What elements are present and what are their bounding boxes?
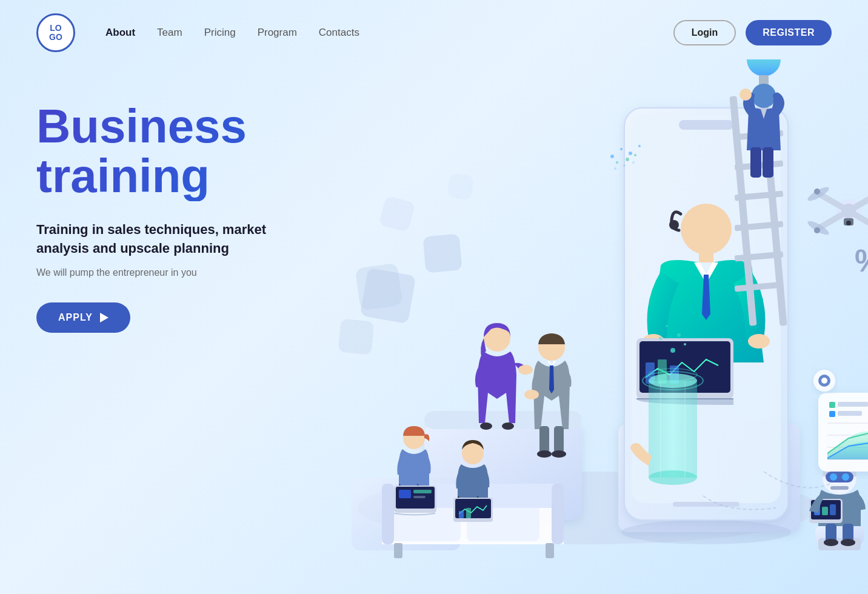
svg-point-56 — [677, 333, 681, 337]
hero-section: Business training Training in sales tech… — [0, 65, 868, 594]
svg-point-16 — [669, 220, 679, 230]
svg-point-107 — [824, 539, 838, 546]
svg-rect-45 — [554, 426, 564, 453]
header: LO GO About Team Pricing Program Contact… — [0, 0, 868, 65]
navigation: About Team Pricing Program Contacts — [105, 27, 673, 39]
svg-rect-44 — [539, 426, 549, 453]
svg-point-40 — [480, 422, 492, 430]
nav-contacts[interactable]: Contacts — [319, 27, 359, 39]
svg-point-59 — [659, 336, 663, 340]
svg-rect-63 — [382, 484, 394, 544]
main-illustration: % — [303, 59, 868, 594]
svg-rect-70 — [399, 490, 411, 498]
svg-rect-104 — [830, 504, 836, 515]
svg-point-121 — [620, 148, 623, 150]
svg-point-15 — [748, 334, 770, 349]
svg-rect-64 — [552, 484, 564, 544]
register-button[interactable]: REGISTER — [746, 20, 832, 45]
svg-point-123 — [638, 145, 641, 147]
logo[interactable]: LO GO — [36, 13, 75, 52]
hero-illustration: % — [352, 78, 832, 594]
svg-rect-50 — [649, 381, 697, 478]
svg-rect-11 — [673, 502, 739, 507]
svg-point-37 — [739, 88, 752, 101]
svg-point-132 — [821, 378, 827, 384]
svg-point-86 — [814, 189, 820, 195]
svg-rect-10 — [679, 120, 733, 130]
svg-point-108 — [841, 539, 855, 546]
svg-rect-114 — [829, 402, 835, 408]
apply-button[interactable]: APPLY — [36, 302, 130, 333]
svg-rect-115 — [829, 411, 835, 417]
svg-point-55 — [670, 348, 675, 353]
logo-text: LO GO — [49, 24, 62, 42]
svg-point-88 — [814, 227, 820, 233]
hero-title: Business training — [36, 102, 352, 201]
apply-label: APPLY — [58, 312, 93, 323]
svg-point-12 — [681, 204, 732, 255]
svg-point-129 — [632, 161, 635, 164]
svg-rect-103 — [822, 507, 828, 515]
hero-description: We will pump the entrepreneur in you — [36, 267, 352, 278]
svg-point-34 — [752, 84, 776, 108]
svg-rect-72 — [413, 496, 426, 498]
svg-rect-66 — [546, 543, 554, 558]
svg-point-57 — [666, 325, 668, 327]
header-actions: Login REGISTER — [673, 20, 832, 45]
svg-rect-99 — [830, 486, 849, 490]
svg-point-46 — [537, 450, 552, 458]
nav-program[interactable]: Program — [258, 27, 297, 39]
svg-point-120 — [610, 155, 614, 158]
nav-pricing[interactable]: Pricing — [204, 27, 236, 39]
svg-point-39 — [518, 365, 533, 375]
svg-point-122 — [629, 152, 632, 155]
svg-rect-35 — [750, 147, 761, 178]
svg-point-58 — [684, 343, 686, 345]
svg-rect-94 — [818, 538, 861, 550]
svg-point-97 — [830, 473, 837, 481]
svg-rect-117 — [838, 411, 862, 416]
svg-rect-77 — [466, 508, 471, 518]
svg-rect-96 — [826, 472, 853, 482]
svg-point-43 — [524, 390, 539, 399]
svg-rect-71 — [413, 490, 432, 493]
hero-subtitle: Training in sales techniques, market ana… — [36, 221, 303, 258]
login-button[interactable]: Login — [673, 20, 736, 45]
svg-point-41 — [502, 422, 514, 430]
play-icon — [100, 313, 109, 322]
svg-rect-5 — [355, 262, 402, 310]
nav-about[interactable]: About — [105, 27, 135, 39]
svg-point-98 — [842, 473, 849, 481]
svg-point-126 — [634, 154, 636, 156]
svg-rect-36 — [763, 147, 773, 178]
svg-point-124 — [616, 161, 618, 164]
nav-team[interactable]: Team — [157, 27, 182, 39]
svg-rect-65 — [394, 543, 402, 558]
svg-point-125 — [626, 158, 629, 161]
svg-point-7 — [621, 520, 791, 544]
svg-point-127 — [614, 167, 616, 170]
svg-text:%: % — [855, 243, 868, 278]
svg-point-91 — [846, 221, 851, 225]
svg-point-51 — [649, 373, 697, 388]
svg-point-128 — [623, 164, 626, 167]
svg-rect-116 — [838, 402, 868, 407]
svg-rect-13 — [699, 250, 713, 262]
hero-content: Business training Training in sales tech… — [36, 78, 352, 594]
svg-point-47 — [552, 450, 566, 458]
svg-rect-76 — [459, 511, 464, 518]
svg-point-52 — [649, 470, 697, 485]
